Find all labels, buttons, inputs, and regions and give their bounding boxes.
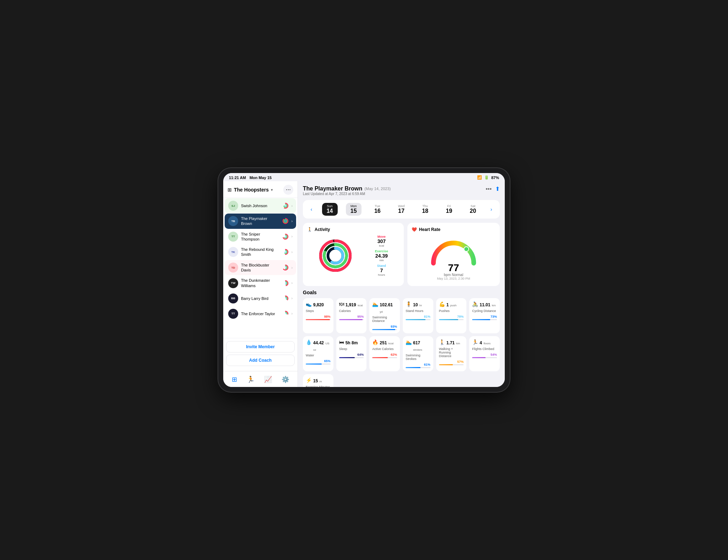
ellipsis-icon: ⋯ (286, 187, 291, 193)
goal-value: 5h 8m (346, 340, 358, 345)
exercise-value: 24.39 (375, 253, 388, 259)
activity-rings (282, 249, 289, 255)
next-date-button[interactable]: › (486, 204, 496, 214)
goal-name: Steps (306, 309, 331, 313)
date-thu18[interactable]: Thu 18 (417, 203, 433, 216)
goal-pct: 64% (357, 353, 364, 356)
goal-value: 9,820 (313, 302, 324, 307)
chevron-right-icon: › (291, 312, 293, 316)
goal-card: 🚴 11.01 km Cycling Distance 73% (469, 298, 500, 333)
page-title: The Playmaker Brown (303, 185, 362, 192)
svg-point-5 (284, 220, 286, 222)
goal-value: 44.42 (313, 340, 324, 345)
goal-card: 👟 9,820 Steps 98% (303, 298, 333, 333)
avatar: TK (228, 247, 238, 257)
status-bar: 11:21 AM Mon May 15 📶 🔋 87% (223, 173, 505, 181)
goal-unit: kcal (358, 304, 363, 307)
move-unit: kcal (375, 244, 388, 247)
svg-point-14 (284, 267, 286, 268)
goals-title: Goals (303, 290, 500, 295)
goal-icon: 👟 (306, 301, 312, 307)
goal-card: 💪 1 push Pushes 78% (436, 298, 467, 333)
goal-pct: 93% (391, 325, 397, 328)
battery-icon: 🔋 (484, 175, 489, 180)
member-item[interactable]: TK The Rebound King Smith › (225, 244, 296, 260)
prev-date-button[interactable]: ‹ (306, 204, 316, 214)
sidebar-tabs: ⊞ 🏃 📈 ⚙️ (223, 371, 298, 387)
heart-bpm: bpm Normal (437, 273, 470, 277)
chevron-right-icon: › (291, 296, 293, 300)
goal-value: 1 (446, 302, 449, 307)
date-sun14[interactable]: Sun 14 (322, 203, 338, 216)
tab-grid[interactable]: ⊞ (230, 374, 239, 385)
move-label: Move (375, 235, 388, 238)
member-name: Barry Larry Bird (241, 296, 279, 301)
sidebar-actions: Invite Member Add Coach (223, 338, 298, 371)
share-button[interactable]: ⬆ (495, 185, 500, 192)
goal-card: 💧 44.42 US oz Water 65% (303, 336, 333, 371)
exercise-minutes-icon: ⚡ (306, 377, 312, 383)
exercise-unit: min (375, 259, 388, 262)
member-item[interactable]: BB Barry Larry Bird › (225, 291, 296, 306)
date-wed17[interactable]: Wed 17 (394, 203, 409, 216)
date-tue16[interactable]: Tue 16 (370, 203, 385, 216)
goal-name: Walking + Running Distance (439, 347, 464, 358)
tab-person[interactable]: 🏃 (245, 374, 256, 385)
goal-card: 🔥 251 kcal Active Calories 62% (369, 336, 400, 371)
invite-member-button[interactable]: Invite Member (226, 341, 295, 352)
activity-rings (282, 311, 289, 317)
date-fri19[interactable]: Fri 19 (441, 203, 457, 216)
exercise-minutes-unit: m (320, 380, 322, 383)
chevron-right-icon: › (291, 266, 293, 270)
goal-card: 🏊 617 strokes Swimming Strokes 61% (403, 336, 433, 371)
tab-settings[interactable]: ⚙️ (280, 374, 291, 385)
main-panel: The Playmaker Brown (May 14, 2023) Last … (298, 181, 505, 387)
goal-value: 1.71 (446, 340, 455, 345)
goal-pct: 95% (357, 315, 364, 318)
exercise-label: Exercise (375, 249, 388, 253)
goal-icon: 🏃 (472, 339, 478, 345)
add-coach-button[interactable]: Add Coach (226, 355, 295, 366)
avatar: TD (228, 263, 238, 273)
member-name: The Dunkmaster Williams (241, 278, 279, 288)
member-item[interactable]: SJ Swish Johnson › (225, 198, 296, 213)
move-value: 307 (375, 238, 388, 244)
tab-chart[interactable]: 📈 (263, 374, 273, 385)
member-item[interactable]: TT The Enforcer Taylor › (225, 306, 296, 321)
goal-value: 102.61 (380, 302, 393, 307)
more-options-button[interactable]: ••• (486, 186, 492, 192)
sidebar-menu-button[interactable]: ⋯ (283, 185, 293, 195)
activity-rings (282, 295, 289, 302)
svg-point-22 (284, 312, 287, 315)
goals-section: Goals 👟 9,820 Steps 98% 🍽 1,919 kcal (303, 290, 500, 387)
goal-name: Swimming Distance (372, 316, 397, 323)
goals-bottom-row: ⚡ 15 m Exercise Minutes 50% (303, 374, 500, 387)
member-item[interactable]: TW The Dunkmaster Williams › (225, 275, 296, 291)
goal-card: 🏃 4 floors Flights Climbed 54% (469, 336, 500, 371)
heart-value: 77 (437, 263, 470, 273)
goal-pct: 98% (324, 315, 331, 318)
svg-point-20 (284, 298, 286, 299)
member-item[interactable]: TD The Blockbuster Davis › (225, 260, 296, 275)
member-item[interactable]: TB The Playmaker Brown › (225, 214, 296, 229)
goal-name: Water (306, 354, 331, 357)
heart-date: May 13, 2023, 2:30 PM (437, 277, 470, 280)
avatar: TB (228, 216, 238, 226)
date-mon15[interactable]: Mon 15 (346, 203, 362, 216)
goal-value: 10 (413, 302, 418, 307)
svg-point-10 (284, 251, 287, 254)
member-item[interactable]: TT The Sniper Thompson › (225, 229, 296, 244)
avatar: SJ (228, 201, 238, 211)
date-sat20[interactable]: Sat 20 (465, 203, 481, 216)
sidebar-team-name: The Hoopsters (234, 187, 269, 193)
avatar: TT (228, 309, 238, 319)
goal-name: Flights Climbed (472, 347, 497, 351)
goal-card: 🛏 5h 8m Sleep 64% (336, 336, 367, 371)
goal-pct: 65% (324, 359, 331, 363)
top-cards-row: 🚶 Activity (303, 223, 500, 286)
date-items: Sun 14 Mon 15 Tue 16 Wed (318, 203, 485, 216)
goal-unit: floors (483, 342, 491, 345)
goal-card: 🚶 1.71 km Walking + Running Distance 57% (436, 336, 467, 371)
goal-name: Calories (339, 309, 364, 313)
activity-card: 🚶 Activity (303, 223, 404, 286)
